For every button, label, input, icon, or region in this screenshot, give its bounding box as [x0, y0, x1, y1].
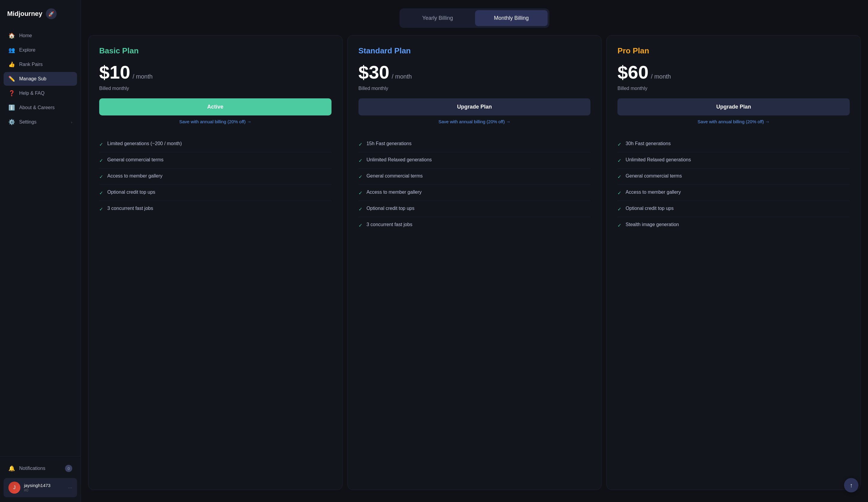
- app-name: Midjourney: [7, 10, 42, 18]
- check-icon: ✓: [359, 142, 362, 147]
- rank-pairs-icon: 👍: [8, 61, 15, 68]
- plan-price-standard: $30: [359, 61, 389, 83]
- feature-text: Optional credit top ups: [107, 189, 155, 195]
- plan-cta-pro[interactable]: Upgrade Plan: [618, 98, 850, 115]
- plan-name-basic: Basic Plan: [99, 46, 331, 55]
- plan-period-pro: / month: [651, 73, 671, 80]
- save-link-pro[interactable]: Save with annual billing (20% off) →: [618, 119, 850, 124]
- sidebar-item-help-faq[interactable]: ❓ Help & FAQ: [3, 86, 77, 100]
- feature-item: ✓ 3 concurrent fast jobs: [359, 217, 591, 233]
- sidebar-item-notifications[interactable]: 🔔 Notifications 0: [3, 461, 77, 475]
- settings-arrow-icon: ›: [71, 120, 72, 124]
- nav-label-manage-sub: Manage Sub: [19, 76, 46, 82]
- check-icon: ✓: [99, 158, 103, 163]
- explore-icon: 👥: [8, 47, 15, 53]
- check-icon: ✓: [359, 174, 362, 180]
- plan-billing-basic: Billed monthly: [99, 86, 331, 91]
- feature-text: 3 concurrent fast jobs: [107, 206, 153, 211]
- check-icon: ✓: [618, 158, 621, 163]
- feature-item: ✓ Optional credit top ups: [618, 201, 850, 217]
- check-icon: ✓: [618, 142, 621, 147]
- user-profile-row[interactable]: J jaysingh1473 #0 ···: [3, 478, 77, 497]
- feature-item: ✓ Stealth image generation: [618, 217, 850, 233]
- home-icon: 🏠: [8, 32, 15, 39]
- feature-item: ✓ 15h Fast generations: [359, 136, 591, 152]
- feature-text: General commercial terms: [626, 173, 682, 179]
- check-icon: ✓: [99, 190, 103, 196]
- check-icon: ✓: [99, 142, 103, 147]
- check-icon: ✓: [618, 190, 621, 196]
- sidebar-item-home[interactable]: 🏠 Home: [3, 29, 77, 43]
- check-icon: ✓: [99, 206, 103, 212]
- user-id: #0: [24, 488, 64, 492]
- sidebar-item-rank-pairs[interactable]: 👍 Rank Pairs: [3, 58, 77, 71]
- sidebar: Midjourney 🚀 🏠 Home 👥 Explore 👍 Rank Pai…: [0, 0, 81, 502]
- sidebar-item-about-careers[interactable]: ℹ️ About & Careers: [3, 101, 77, 114]
- sidebar-item-explore[interactable]: 👥 Explore: [3, 43, 77, 57]
- plan-cta-basic[interactable]: Active: [99, 98, 331, 115]
- feature-text: Optional credit top ups: [626, 206, 673, 211]
- feature-text: 30h Fast generations: [626, 141, 671, 146]
- plan-period-standard: / month: [392, 73, 412, 80]
- sidebar-logo: Midjourney 🚀: [0, 0, 81, 27]
- more-options-icon[interactable]: ···: [68, 485, 72, 491]
- sidebar-nav: 🏠 Home 👥 Explore 👍 Rank Pairs ✏️ Manage …: [0, 27, 81, 456]
- username: jaysingh1473: [24, 483, 64, 488]
- avatar: J: [8, 482, 20, 494]
- feature-item: ✓ Optional credit top ups: [359, 201, 591, 217]
- monthly-billing-tab[interactable]: Monthly Billing: [475, 10, 548, 26]
- yearly-billing-tab[interactable]: Yearly Billing: [401, 10, 474, 26]
- plan-name-pro: Pro Plan: [618, 46, 850, 55]
- feature-text: Unlimited Relaxed generations: [366, 157, 432, 163]
- check-icon: ✓: [359, 158, 362, 163]
- check-icon: ✓: [618, 223, 621, 228]
- plan-cta-standard[interactable]: Upgrade Plan: [359, 98, 591, 115]
- feature-item: ✓ 3 concurrent fast jobs: [99, 201, 331, 217]
- plan-card-basic: Basic Plan $10 / month Billed monthly Ac…: [88, 35, 343, 490]
- feature-item: ✓ Limited generations (~200 / month): [99, 136, 331, 152]
- sidebar-item-manage-sub[interactable]: ✏️ Manage Sub: [3, 72, 77, 86]
- feature-text: Unlimited Relaxed generations: [626, 157, 691, 163]
- billing-toggle-section: Yearly Billing Monthly Billing: [81, 0, 868, 35]
- bell-icon: 🔔: [8, 465, 15, 472]
- plan-card-standard: Standard Plan $30 / month Billed monthly…: [348, 35, 602, 490]
- feature-list-standard: ✓ 15h Fast generations ✓ Unlimited Relax…: [359, 136, 591, 233]
- plan-billing-pro: Billed monthly: [618, 86, 850, 91]
- scroll-up-button[interactable]: ↑: [844, 478, 858, 492]
- sidebar-item-settings[interactable]: ⚙️ Settings ›: [3, 115, 77, 129]
- feature-item: ✓ General commercial terms: [359, 168, 591, 185]
- about-careers-icon: ℹ️: [8, 104, 15, 111]
- feature-text: General commercial terms: [366, 173, 423, 179]
- feature-text: Stealth image generation: [626, 222, 679, 227]
- nav-label-help-faq: Help & FAQ: [19, 91, 44, 96]
- nav-label-home: Home: [19, 33, 32, 38]
- feature-text: Access to member gallery: [366, 189, 422, 195]
- feature-text: 15h Fast generations: [366, 141, 412, 146]
- plan-price-row-pro: $60 / month: [618, 61, 850, 83]
- check-icon: ✓: [359, 206, 362, 212]
- check-icon: ✓: [618, 174, 621, 180]
- plan-price-row-basic: $10 / month: [99, 61, 331, 83]
- feature-item: ✓ Access to member gallery: [99, 168, 331, 185]
- nav-label-about-careers: About & Careers: [19, 105, 54, 110]
- plan-card-pro: Pro Plan $60 / month Billed monthly Upgr…: [606, 35, 861, 490]
- feature-item: ✓ Unlimited Relaxed generations: [359, 152, 591, 168]
- check-icon: ✓: [359, 190, 362, 196]
- notifications-badge: 0: [65, 465, 72, 472]
- feature-item: ✓ Unlimited Relaxed generations: [618, 152, 850, 168]
- save-link-standard[interactable]: Save with annual billing (20% off) →: [359, 119, 591, 124]
- logo-icon: 🚀: [46, 8, 56, 19]
- feature-list-pro: ✓ 30h Fast generations ✓ Unlimited Relax…: [618, 136, 850, 233]
- feature-item: ✓ 30h Fast generations: [618, 136, 850, 152]
- check-icon: ✓: [618, 206, 621, 212]
- check-icon: ✓: [359, 223, 362, 228]
- nav-label-settings: Settings: [19, 119, 37, 125]
- feature-item: ✓ Optional credit top ups: [99, 185, 331, 201]
- plans-grid: Basic Plan $10 / month Billed monthly Ac…: [81, 35, 868, 502]
- user-info: jaysingh1473 #0: [24, 483, 64, 492]
- main-content: Yearly Billing Monthly Billing Basic Pla…: [81, 0, 868, 502]
- feature-text: General commercial terms: [107, 157, 164, 163]
- save-link-basic[interactable]: Save with annual billing (20% off) →: [99, 119, 331, 124]
- billing-toggle: Yearly Billing Monthly Billing: [400, 8, 549, 28]
- plan-period-basic: / month: [133, 73, 153, 80]
